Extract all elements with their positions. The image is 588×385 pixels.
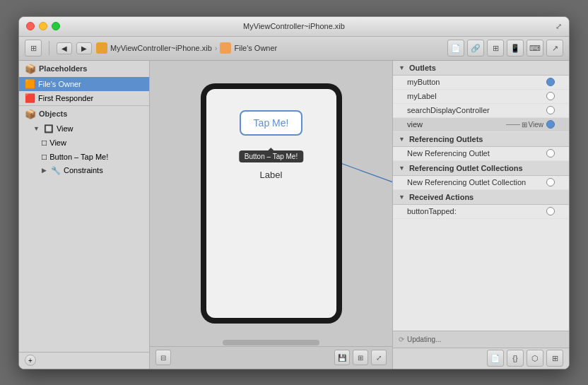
breadcrumb-owner[interactable]: File's Owner [234,44,277,52]
right-braces-icon-btn[interactable]: {} [507,350,524,367]
link-icon-btn[interactable]: 🔗 [467,40,484,57]
main-window: MyViewController~iPhone.xib ⤢ ⊞ ◀ ▶ MyVi… [18,16,570,369]
keyboard-icon-btn[interactable]: ⌨ [527,40,543,57]
updating-spinner-icon: ⟳ [399,336,404,343]
back-button[interactable]: ◀ [57,42,72,54]
arrow-icon-btn[interactable]: ↗ [546,40,563,57]
constraints-triangle-icon: ▶ [42,167,47,174]
center-toolbar-icons: 💾 ⊞ ⤢ [334,350,387,365]
outlet-row-new-collection: New Referencing Outlet Collection [393,176,569,190]
outlet-row-buttontapped: buttonTapped: [393,205,569,219]
outlet-searchdisplay-circle[interactable] [546,106,555,114]
ref-collections-triangle-icon: ▼ [399,165,405,172]
connector-line [506,124,520,125]
close-button[interactable] [26,22,35,30]
outlet-row-new-ref: New Referencing Outlet [393,147,569,161]
grid-icon-btn[interactable]: ⊞ [487,40,504,57]
outlet-view-name: view [407,120,503,129]
right-cube-icon-btn[interactable]: ⬡ [527,350,543,367]
add-button[interactable]: + [25,355,36,366]
received-actions-header: ▼ Received Actions [393,190,569,205]
button-icon: □ [42,138,47,148]
horizontal-scrollbar[interactable] [150,339,392,346]
files-owner-icon: 🟧 [25,79,35,89]
canvas-label: Label [260,170,283,180]
sidebar-item-constraints[interactable]: ▶ 🔧 Constraints [19,164,149,177]
objects-section: 📦 Objects ▼ 🔲 View □ View □ Button – Tap… [19,106,149,352]
referencing-outlets-label: Referencing Outlets [409,135,483,143]
phone-icon-btn[interactable]: 📱 [507,40,524,57]
canvas-area: Tap Me! Button – Tap Me! Label [150,61,392,339]
left-panel: 📦 Placeholders 🟧 File's Owner 🟥 First Re… [19,61,150,369]
outlet-view-circle[interactable] [546,120,555,129]
label-item-label: Button – Tap Me! [49,153,108,161]
breadcrumb: MyViewController~iPhone.xib › File's Own… [96,42,277,54]
outlet-row-view: view ⊞ View [393,118,569,132]
referencing-outlets-header: ▼ Referencing Outlets [393,132,569,147]
button-container: Tap Me! Button – Tap Me! [240,110,303,141]
tap-me-button[interactable]: Tap Me! [240,110,303,136]
breadcrumb-xib[interactable]: MyViewController~iPhone.xib [110,44,212,52]
outlet-searchdisplay-name: searchDisplayController [407,106,543,114]
sidebar-item-first-responder[interactable]: 🟥 First Responder [19,91,149,105]
connector-view-label: View [529,121,544,129]
sidebar-item-files-owner[interactable]: 🟧 File's Owner [19,77,149,91]
minimize-button[interactable] [39,22,47,30]
new-referencing-outlet-circle[interactable] [546,149,555,158]
ref-outlets-triangle-icon: ▼ [399,136,405,143]
sidebar-item-view[interactable]: ▼ 🔲 View [19,122,149,136]
sidebar-item-label[interactable]: □ Button – Tap Me! [19,150,149,164]
xib-file-icon [96,42,107,54]
scrollbar-thumb[interactable] [223,340,319,345]
file-icon-btn[interactable]: 📄 [447,40,464,57]
expand-icon-btn[interactable]: ⤢ [371,350,387,365]
right-doc-icon-btn[interactable]: 📄 [487,350,504,367]
save-icon-btn[interactable]: 💾 [334,350,350,365]
referencing-collections-header: ▼ Referencing Outlet Collections [393,161,569,176]
outlet-mylabel-name: myLabel [407,92,543,100]
left-panel-bottom: + [19,352,149,369]
received-actions-label: Received Actions [409,193,474,201]
breadcrumb-sep: › [215,44,218,52]
received-actions-triangle-icon: ▼ [399,194,405,201]
resize-icon: ⤢ [555,22,562,31]
outlets-label: Outlets [409,64,436,72]
outlet-mylabel-circle[interactable] [546,92,555,100]
placeholders-header: 📦 Placeholders [19,61,149,77]
center-toolbar: ⊟ 💾 ⊞ ⤢ [150,346,392,369]
new-collection-name: New Referencing Outlet Collection [407,178,543,186]
toolbar-right-icons: 📄 🔗 ⊞ 📱 ⌨ ↗ [447,40,563,57]
right-panel: ▼ Outlets myButton myLabel searchDisplay… [392,61,569,369]
placeholders-icon: 📦 [25,64,36,74]
buttontapped-circle[interactable] [546,207,555,215]
objects-icon: 📦 [25,109,36,119]
toolbar-separator-1 [49,41,49,55]
owner-icon [220,42,231,54]
right-bottom-toolbar: 📄 {} ⬡ ⊞ [393,348,569,369]
traffic-lights [26,22,60,30]
placeholders-section: 📦 Placeholders 🟧 File's Owner 🟥 First Re… [19,61,149,106]
view-label: View [57,124,74,133]
outlet-mybutton-circle[interactable] [546,78,555,86]
outlet-row-mylabel: myLabel [393,90,569,104]
forward-button[interactable]: ▶ [76,42,92,54]
buttontapped-name: buttonTapped: [407,207,543,215]
sidebar-item-button[interactable]: □ View [19,136,149,150]
objects-header: 📦 Objects [19,106,149,122]
sidebar-toggle-icon[interactable]: ⊞ [25,40,42,57]
toolbar: ⊞ ◀ ▶ MyViewController~iPhone.xib › File… [19,37,569,61]
zoom-out-button[interactable]: ⊟ [155,350,171,365]
objects-label: Objects [39,109,67,118]
maximize-button[interactable] [52,22,60,30]
referencing-collections-label: Referencing Outlet Collections [409,164,523,172]
right-grid-icon-btn[interactable]: ⊞ [546,350,563,367]
constraints-label: Constraints [64,166,103,174]
outlets-header: ▼ Outlets [393,61,569,76]
center-panel: Tap Me! Button – Tap Me! Label ⊟ 💾 ⊞ ⤢ [150,61,392,369]
layout-icon-btn[interactable]: ⊞ [353,350,368,365]
iphone-frame: Tap Me! Button – Tap Me! Label [201,83,342,324]
view-icon: 🔲 [44,124,54,134]
window-title: MyViewController~iPhone.xib [243,22,345,30]
outlet-row-searchdisplay: searchDisplayController [393,104,569,118]
new-collection-circle[interactable] [546,178,555,186]
